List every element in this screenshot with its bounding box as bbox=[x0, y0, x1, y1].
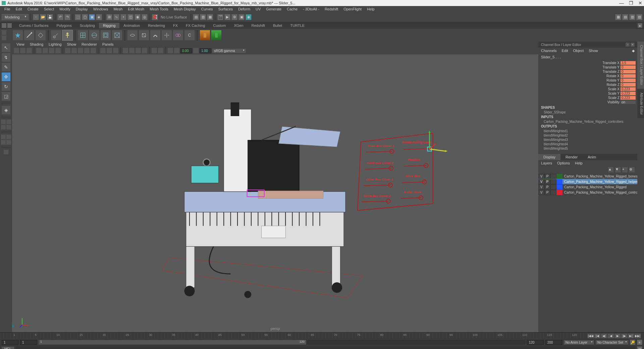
layout-single-icon[interactable] bbox=[1, 119, 6, 124]
channel-object-name[interactable]: Slider_5 . . . bbox=[538, 54, 637, 60]
side-tab-channelbox[interactable]: Channel Box / Layer Editor bbox=[637, 42, 644, 89]
vp-gamma-icon[interactable] bbox=[158, 48, 163, 53]
vp-shadows-icon[interactable] bbox=[91, 48, 96, 53]
shelf-editor-small-icon[interactable] bbox=[2, 30, 6, 35]
time-slider[interactable]: 1510152025303540455055606570758085909510… bbox=[0, 332, 644, 339]
cb-manip-icon[interactable]: ◆ bbox=[632, 49, 635, 53]
menu-openflight[interactable]: OpenFlight bbox=[341, 7, 364, 11]
cb-menu-object[interactable]: Object bbox=[573, 49, 584, 53]
channel-scalez[interactable]: 0.223 bbox=[621, 96, 636, 100]
pane-layout-icon[interactable]: ▦ bbox=[615, 14, 621, 20]
menu-create[interactable]: Create bbox=[25, 7, 41, 11]
vp-resolution-gate-icon[interactable] bbox=[49, 48, 54, 53]
vp-shaded-icon[interactable] bbox=[71, 48, 77, 53]
rigging-bind-skin-icon[interactable] bbox=[127, 30, 138, 41]
vp-image-plane-icon[interactable] bbox=[26, 48, 32, 53]
vp-film-gate-icon[interactable] bbox=[43, 48, 48, 53]
shelf-editor-icon[interactable]: ▸ bbox=[638, 23, 642, 28]
rigging-star-icon[interactable] bbox=[12, 30, 23, 41]
paint-select-icon[interactable]: ✎ bbox=[2, 63, 10, 71]
new-scene-icon[interactable]: ▫ bbox=[33, 14, 39, 20]
redo-icon[interactable]: ↷ bbox=[64, 14, 70, 20]
snap-curve-icon[interactable]: ∿ bbox=[113, 14, 119, 20]
vp-menu-renderer[interactable]: Renderer bbox=[79, 42, 100, 46]
rigging-lattice1-icon[interactable] bbox=[77, 30, 88, 41]
vp-exposure-icon[interactable] bbox=[152, 48, 157, 53]
channel-rotatey[interactable]: 0 bbox=[621, 79, 636, 82]
vp-menu-show[interactable]: Show bbox=[64, 42, 79, 46]
snap-point-icon[interactable]: • bbox=[120, 14, 126, 20]
rigging-cluster-icon[interactable]: C bbox=[184, 30, 195, 41]
cmd-output-icon[interactable]: ▤ bbox=[637, 346, 642, 349]
layer-row-bones[interactable]: VP Carton_Packing_Machine_Yellow_Rigged_… bbox=[538, 173, 637, 179]
rigging-lattice3-icon[interactable] bbox=[100, 30, 111, 41]
shelf-tab-animation[interactable]: Animation bbox=[119, 23, 144, 28]
layout-four-icon[interactable] bbox=[6, 119, 11, 124]
cb-menu-edit[interactable]: Edit bbox=[561, 49, 568, 53]
vp-camera-icon[interactable] bbox=[14, 48, 19, 53]
snap-grid-icon[interactable]: ⊞ bbox=[106, 14, 112, 20]
select-component-icon[interactable]: ▣ bbox=[89, 14, 95, 20]
outputs-item1[interactable]: blendWeighted2 bbox=[538, 133, 637, 138]
shelf-tab-xgen[interactable]: XGen bbox=[230, 23, 247, 28]
layer-new-selected-icon[interactable]: ⊕ bbox=[629, 167, 635, 172]
save-scene-icon[interactable]: 💾 bbox=[47, 14, 53, 20]
select-object-icon[interactable]: ▢ bbox=[82, 14, 88, 20]
open-scene-icon[interactable]: 📂 bbox=[40, 14, 46, 20]
channel-translatez[interactable]: 0 bbox=[621, 70, 636, 73]
shelf-tab-redshift[interactable]: Redshift bbox=[248, 23, 269, 28]
shelf-tab-bullet[interactable]: Bullet bbox=[269, 23, 286, 28]
vp-isolate-icon[interactable] bbox=[100, 48, 106, 53]
layer-up-icon[interactable]: ▲ bbox=[608, 167, 613, 172]
channel-translatex[interactable]: 3.5 bbox=[621, 61, 636, 65]
menu-meshdisplay[interactable]: Mesh Display bbox=[171, 7, 199, 11]
tool-settings-toggle-icon[interactable]: ▥ bbox=[629, 14, 635, 20]
menu-editmesh[interactable]: Edit Mesh bbox=[125, 7, 147, 11]
rigging-mirror-weights-icon[interactable] bbox=[161, 30, 172, 41]
shelf-tab-custom[interactable]: Custom bbox=[209, 23, 230, 28]
menu-help[interactable]: Help bbox=[364, 7, 377, 11]
close-button[interactable]: ✕ bbox=[638, 0, 642, 6]
side-tab-attribute[interactable]: Attribute Editor bbox=[637, 89, 644, 118]
maximize-button[interactable]: ❐ bbox=[629, 0, 633, 6]
vp-menu-view[interactable]: View bbox=[14, 42, 27, 46]
panel-3-icon[interactable] bbox=[1, 140, 6, 145]
render-current-icon[interactable]: 🎬 bbox=[217, 14, 223, 20]
range-inner-end-field[interactable]: 120 bbox=[527, 340, 544, 345]
vp-menu-shading[interactable]: Shading bbox=[27, 42, 46, 46]
menu-windows[interactable]: Windows bbox=[91, 7, 111, 11]
select-hierarchy-icon[interactable]: ⬚ bbox=[75, 14, 81, 20]
step-forward-key-icon[interactable]: ▶| bbox=[628, 334, 634, 338]
rotate-tool-icon[interactable]: ↻ bbox=[2, 82, 10, 91]
menu-uv[interactable]: UV bbox=[253, 7, 263, 11]
panel-close-icon[interactable]: ✕ bbox=[631, 43, 635, 47]
menu-curves[interactable]: Curves bbox=[199, 7, 216, 11]
layer-row-controllers[interactable]: VP Carton_Packing_Machine_Yellow_Rigged_… bbox=[538, 190, 637, 195]
vp-aa-icon[interactable] bbox=[136, 48, 141, 53]
menu-deform[interactable]: Deform bbox=[235, 7, 253, 11]
layer-row-helpers[interactable]: VP Carton_Packing_Machine_Yellow_Rigged_… bbox=[538, 179, 637, 184]
channel-rotatex[interactable]: 0 bbox=[621, 74, 636, 78]
panel-2-icon[interactable] bbox=[6, 135, 11, 139]
anim-layer-dropdown[interactable]: No Anim Layer bbox=[564, 340, 594, 345]
vp-gamma-icon2[interactable] bbox=[193, 48, 199, 53]
history-outputs-icon[interactable]: ▥ bbox=[200, 14, 206, 20]
channel-rotatez[interactable]: 0 bbox=[621, 83, 636, 87]
menu-mesh[interactable]: Mesh bbox=[111, 7, 125, 11]
ipr-render-icon[interactable]: ▶ bbox=[224, 14, 230, 20]
make-live-icon[interactable]: 🧲 bbox=[152, 14, 158, 20]
step-back-key-icon[interactable]: |◀ bbox=[594, 334, 600, 338]
pref-icon[interactable]: ≡ bbox=[637, 340, 642, 345]
shelf-tab-polygons[interactable]: Polygons bbox=[52, 23, 75, 28]
shelf-scroll-icon[interactable] bbox=[7, 23, 12, 28]
snap-view-icon[interactable]: ◎ bbox=[142, 14, 148, 20]
layer-row-main[interactable]: VP Carton_Packing_Machine_Yellow_Rigged bbox=[538, 184, 637, 190]
script-language-toggle[interactable]: MEL bbox=[2, 347, 14, 349]
autokey-icon[interactable]: 🔑 bbox=[630, 340, 635, 345]
shelf-menu-icon[interactable] bbox=[2, 23, 6, 28]
channel-scalex[interactable]: 0.223 bbox=[621, 87, 636, 91]
vp-colorspace-dropdown[interactable]: sRGB gamma bbox=[212, 49, 246, 53]
render-globals-icon[interactable]: ◉ bbox=[246, 14, 252, 20]
rigging-lattice4-icon[interactable] bbox=[112, 30, 122, 41]
snap-surface-icon[interactable]: ◉ bbox=[135, 14, 141, 20]
